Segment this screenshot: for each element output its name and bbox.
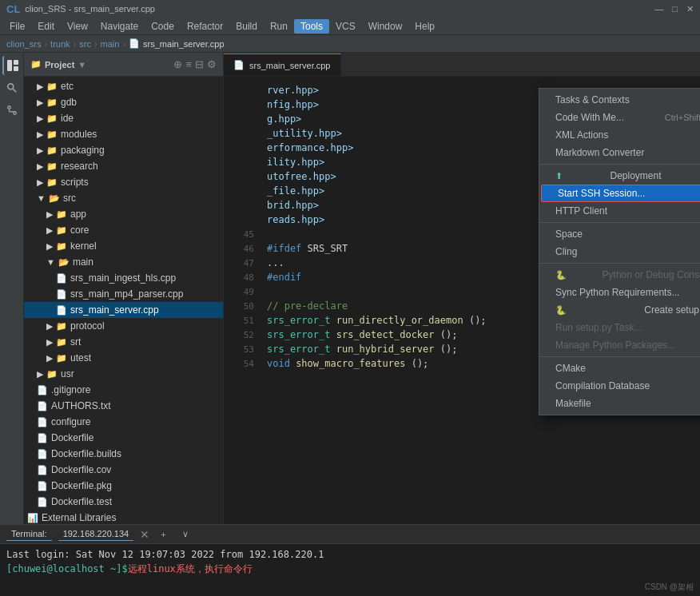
tree-item-dockerfile-cov[interactable]: 📄 Dockerfile.cov (24, 462, 223, 478)
menu-build[interactable]: Build (229, 19, 264, 34)
tree-item-dockerfile[interactable]: 📄 Dockerfile (24, 430, 223, 446)
tree-item-external-libs[interactable]: 📊 External Libraries (24, 510, 223, 524)
breadcrumb-item[interactable]: trunk (50, 39, 70, 49)
menu-xml[interactable]: XML Actions ▶ (539, 126, 700, 144)
breadcrumb-item[interactable]: src (79, 39, 91, 49)
tab-srs-main-server[interactable]: 📄 srs_main_server.cpp (224, 54, 341, 76)
tree-item-authors[interactable]: 📄 AUTHORS.txt (24, 398, 223, 414)
menu-file[interactable]: File (3, 19, 31, 34)
folder-icon: 📁 (30, 59, 42, 70)
menu-entry-label: Makefile (555, 398, 591, 409)
menu-ssh-session[interactable]: Start SSH Session... (541, 185, 700, 202)
menu-codewith[interactable]: Code With Me... Ctrl+Shift+Y (539, 109, 700, 126)
locate-icon[interactable]: ⊕ (173, 58, 182, 70)
tree-item-gitignore[interactable]: 📄 .gitignore (24, 382, 223, 398)
menu-window[interactable]: Window (362, 19, 409, 34)
window-close[interactable]: ✕ (686, 4, 694, 14)
breadcrumb-file[interactable]: srs_main_server.cpp (143, 39, 225, 49)
window-minimize[interactable]: — (654, 4, 663, 14)
menu-deployment[interactable]: ⬆ Deployment ▶ (539, 167, 700, 185)
menu-edit[interactable]: Edit (31, 19, 61, 34)
menu-tasks[interactable]: Tasks & Contexts ▶ (539, 91, 700, 109)
menu-vcs[interactable]: VCS (329, 19, 362, 34)
menu-navigate[interactable]: Navigate (94, 19, 145, 34)
folder-icon: 📁 (46, 161, 58, 172)
cpp-file-icon: 📄 (56, 289, 67, 300)
tree-item-modules[interactable]: ▶ 📁 modules (24, 126, 223, 142)
file-icon: 📄 (37, 449, 48, 459)
item-label: .gitignore (51, 384, 90, 395)
tree-item-server[interactable]: 📄 srs_main_server.cpp (24, 302, 223, 318)
tree-item-etc[interactable]: ▶ 📁 etc (24, 78, 223, 94)
menu-code[interactable]: Code (145, 19, 181, 34)
menu-http-client[interactable]: HTTP Client ▶ (539, 202, 700, 220)
window-maximize[interactable]: □ (672, 4, 678, 14)
menu-divider (539, 263, 700, 264)
menu-compilation-db[interactable]: Compilation Database ▶ (539, 377, 700, 395)
tree-item-packaging[interactable]: ▶ 📁 packaging (24, 142, 223, 158)
activity-project[interactable] (2, 56, 22, 75)
code-content: _utility.hpp> (267, 128, 342, 139)
terminal-add-button[interactable]: + (156, 528, 170, 541)
menu-markdown[interactable]: Markdown Converter ▶ (539, 144, 700, 161)
tree-item-mp4parser[interactable]: 📄 srs_main_mp4_parser.cpp (24, 286, 223, 302)
terminal-close-icon[interactable]: ✕ (140, 528, 149, 541)
title-bar: CL clion_SRS - srs_main_server.cpp — □ ✕ (0, 0, 700, 18)
tree-item-ingest[interactable]: 📄 srs_main_ingest_hls.cpp (24, 270, 223, 286)
activity-search[interactable] (2, 78, 22, 97)
code-content: srs_error_t run_directly_or_daemon (); (267, 315, 487, 326)
tree-item-dockerfile-builds[interactable]: 📄 Dockerfile.builds (24, 446, 223, 462)
tree-item-src[interactable]: ▼ 📂 src (24, 190, 223, 206)
folder-icon: 📁 (46, 97, 58, 108)
tree-item-core[interactable]: ▶ 📁 core (24, 222, 223, 238)
tree-item-dockerfile-pkg[interactable]: 📄 Dockerfile.pkg (24, 478, 223, 494)
activity-git[interactable] (2, 101, 22, 120)
tree-item-dockerfile-test[interactable]: 📄 Dockerfile.test (24, 494, 223, 510)
menu-create-setup[interactable]: 🐍 Create setup.py (539, 301, 700, 319)
tree-item-scripts[interactable]: ▶ 📁 scripts (24, 174, 223, 190)
settings-icon[interactable]: ⚙ (207, 58, 217, 70)
tree-item-app[interactable]: ▶ 📁 app (24, 206, 223, 222)
dropdown-icon[interactable]: ▼ (78, 60, 86, 70)
menu-refactor[interactable]: Refactor (181, 19, 229, 34)
tree-item-kernel[interactable]: ▶ 📁 kernel (24, 238, 223, 254)
tree-item-protocol[interactable]: ▶ 📁 protocol (24, 318, 223, 334)
menu-cmake[interactable]: CMake ▶ (539, 360, 700, 377)
collapse-icon[interactable]: ≡ (185, 58, 192, 70)
terminal-expand-button[interactable]: ∨ (177, 527, 193, 541)
tree-item-srt[interactable]: ▶ 📁 srt (24, 334, 223, 350)
menu-makefile[interactable]: Makefile ▶ (539, 395, 700, 412)
activity-bar (0, 53, 24, 524)
breadcrumb-item[interactable]: main (101, 39, 120, 49)
tree-item-utest[interactable]: ▶ 📁 utest (24, 350, 223, 366)
menu-divider (539, 356, 700, 357)
menu-run[interactable]: Run (264, 19, 294, 34)
item-label: Dockerfile.test (51, 496, 112, 507)
tree-item-configure[interactable]: 📄 configure (24, 414, 223, 430)
file-icon: 📄 (37, 497, 48, 507)
tree-item-gdb[interactable]: ▶ 📁 gdb (24, 94, 223, 110)
menu-help[interactable]: Help (408, 19, 441, 34)
terminal-tab-host[interactable]: 192.168.220.134 (58, 527, 134, 541)
tree-item-usr[interactable]: ▶ 📁 usr (24, 366, 223, 382)
sidebar-tree: ▶ 📁 etc ▶ 📁 gdb ▶ 📁 ide ▶ 📁 modules ▶ (24, 77, 223, 524)
menu-view[interactable]: View (61, 19, 94, 34)
code-content: rver.hpp> (267, 85, 319, 96)
menu-entry-label: Deployment (610, 170, 661, 181)
tree-item-main[interactable]: ▼ 📂 main (24, 254, 223, 270)
breadcrumb-item[interactable]: clion_srs (6, 39, 41, 49)
menu-tools[interactable]: Tools (294, 19, 329, 34)
item-label: srt (70, 336, 81, 348)
line-number: 51 (230, 316, 254, 326)
tree-item-research[interactable]: ▶ 📁 research (24, 158, 223, 174)
expand-icon[interactable]: ⊟ (195, 58, 204, 70)
menu-sync-python[interactable]: Sync Python Requirements... (539, 284, 700, 301)
terminal-tab-main[interactable]: Terminal: (6, 527, 52, 541)
menu-icon: 🐍 (555, 305, 567, 316)
svg-point-3 (7, 84, 13, 89)
breadcrumb-item[interactable]: 📄 (129, 38, 140, 49)
tree-item-ide[interactable]: ▶ 📁 ide (24, 110, 223, 126)
arrow-icon: ▶ (37, 145, 43, 156)
menu-cling[interactable]: Cling ▶ (539, 243, 700, 260)
menu-space[interactable]: Space ▶ (539, 225, 700, 243)
